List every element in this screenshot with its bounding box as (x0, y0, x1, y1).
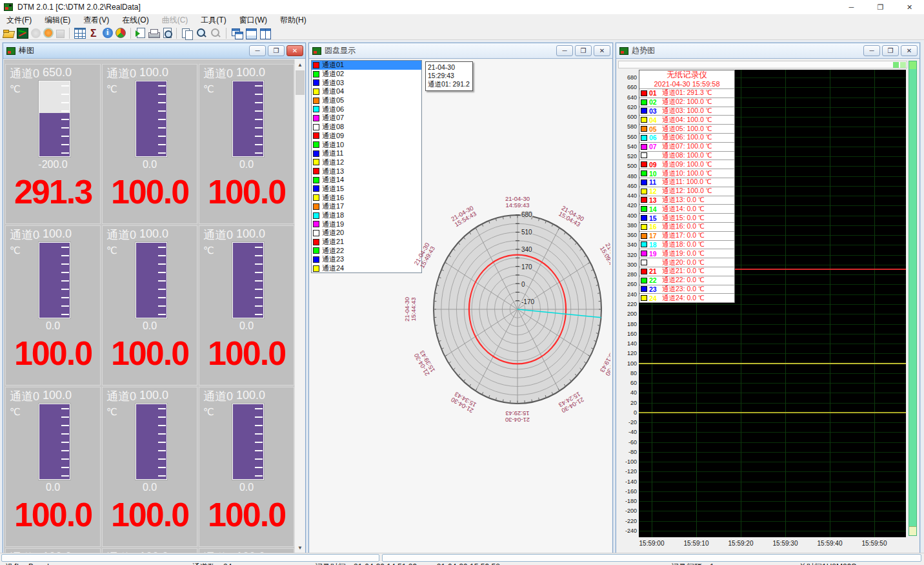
bar-minimize-button[interactable]: ─ (249, 45, 266, 56)
bar-panel: 通道11100.0℃0.0100.0 (102, 548, 197, 553)
legend-channel-value: 通道11: 100.0 ℃ (662, 178, 712, 187)
bar-restore-button[interactable]: ❐ (268, 45, 285, 56)
channel-color-swatch (641, 135, 647, 141)
y-axis-label: 660 (618, 84, 637, 90)
y-axis-label: 460 (618, 183, 637, 189)
export-icon[interactable] (137, 28, 145, 38)
legend-channel-value: 通道08: 100.0 ℃ (662, 151, 712, 160)
tile-horizontal-icon[interactable] (245, 28, 257, 39)
open-folder-icon[interactable] (3, 28, 14, 39)
legend-channel-number: 14 (649, 205, 660, 213)
cascade-windows-icon[interactable] (231, 28, 243, 39)
bar-vertical-scrollbar[interactable]: ▲ ▼ (294, 59, 305, 553)
menu-item-7[interactable]: 窗口(W) (233, 14, 274, 27)
disc-close-button[interactable]: ✕ (594, 45, 610, 56)
trend-window: 趋势图 ─ ❐ ✕ 680660640620600580560540520500… (616, 43, 920, 554)
radial-axis-label: 170 (521, 263, 532, 271)
y-axis-label: 680 (618, 74, 637, 81)
scrollbar-thumb[interactable] (909, 61, 916, 69)
channel-color-swatch (641, 117, 647, 123)
menu-item-6[interactable]: 工具(T) (194, 14, 232, 27)
legend-row: 21通道21: 0.0 ℃ (639, 267, 734, 276)
channel-color-swatch (641, 197, 647, 203)
scale-min: 0.0 (199, 320, 294, 332)
y-axis-label: -240 (618, 528, 637, 534)
trend-restore-button[interactable]: ❐ (882, 45, 899, 56)
scrollbar-button[interactable] (909, 526, 916, 535)
channel-color-swatch (641, 269, 647, 274)
tile-vertical-icon[interactable] (259, 28, 271, 39)
legend-row: 17通道17: 0.0 ℃ (639, 232, 734, 241)
scroll-corner-icon[interactable] (893, 62, 899, 68)
realtime-view-icon[interactable] (17, 28, 28, 39)
legend-row: 12通道12: 100.0 ℃ (639, 187, 734, 196)
pie-chart-icon[interactable] (115, 28, 126, 38)
scale-min: 0.0 (199, 159, 294, 170)
y-axis-label: -40 (618, 429, 637, 435)
menu-item-1[interactable]: 文件(F) (0, 14, 38, 27)
channel-list-item[interactable]: 通道03 (312, 78, 421, 87)
channel-list-item[interactable]: 通道02 (312, 70, 421, 79)
bar-panel: 通道10100.0℃0.0100.0 (5, 548, 101, 553)
x-axis-label: 15:59:20 (721, 540, 760, 547)
trend-close-button[interactable]: ✕ (901, 45, 918, 56)
bar-window-titlebar[interactable]: 棒图 ─ ❐ ✕ (3, 43, 305, 59)
legend-channel-value: 通道12: 100.0 ℃ (662, 187, 712, 196)
disc-restore-button[interactable]: ❐ (575, 45, 592, 56)
legend-channel-number: 09 (649, 161, 660, 169)
disc-minimize-button[interactable]: ─ (556, 45, 573, 56)
data-table-icon[interactable] (74, 28, 86, 39)
gridline (639, 324, 906, 325)
zoom-icon[interactable] (196, 28, 207, 39)
scroll-down-icon[interactable]: ▼ (295, 542, 305, 553)
scroll-corner-icon[interactable] (900, 62, 906, 68)
legend-row: 04通道04: 100.0 ℃ (639, 116, 734, 125)
menu-item-2[interactable]: 编辑(E) (38, 14, 77, 27)
unit-label: ℃ (106, 245, 117, 256)
disc-window-titlebar[interactable]: 圆盘显示 ─ ❐ ✕ (309, 43, 612, 59)
channel-color-swatch (641, 233, 647, 239)
menu-item-3[interactable]: 查看(V) (77, 14, 115, 27)
trend-window-titlebar[interactable]: 趋势图 ─ ❐ ✕ (616, 43, 919, 59)
copy-icon[interactable] (181, 28, 193, 39)
y-axis-label: 540 (618, 143, 637, 150)
y-axis-label: 120 (618, 350, 637, 356)
legend-channel-number: 20 (649, 259, 660, 267)
sum-sigma-icon[interactable] (88, 28, 100, 39)
menu-item-4[interactable]: 在线(O) (115, 14, 155, 27)
info-icon[interactable] (103, 28, 113, 38)
y-axis-label: 480 (618, 173, 637, 180)
tooltip-time: 15:29:43 (428, 72, 470, 80)
app-title: DTM 2.0.1 [C:\DTM 2.0.2\RealData] (17, 3, 141, 12)
menu-item-8[interactable]: 帮助(H) (274, 14, 313, 27)
status-pane (382, 554, 921, 562)
channel-color-swatch (641, 295, 647, 301)
legend-channel-number: 22 (649, 276, 660, 284)
trend-window-title: 趋势图 (632, 45, 655, 56)
scale-max: 100.0 (43, 389, 72, 402)
y-axis-label: -20 (618, 419, 637, 426)
scroll-up-icon[interactable]: ▲ (295, 59, 305, 70)
gridline (830, 70, 830, 537)
menu-item-5[interactable]: 曲线(C) (156, 14, 195, 27)
print-icon[interactable] (148, 28, 159, 39)
bar-close-button[interactable]: ✕ (286, 45, 303, 56)
channel-list-item[interactable]: 通道01 (312, 61, 421, 70)
record-icon[interactable] (43, 28, 54, 38)
x-axis-label: 15:59:40 (810, 540, 849, 547)
minimize-button[interactable]: ─ (837, 0, 866, 14)
menu-bar: 文件(F)编辑(E)查看(V)在线(O)曲线(C)工具(T)窗口(W)帮助(H) (0, 14, 924, 26)
bar-panel: 通道08100.0℃0.0100.0 (102, 387, 197, 547)
time-ring-label: 21-04-3014:59:43 (505, 195, 530, 209)
scrollbar-thumb[interactable] (296, 70, 305, 95)
channel-color-swatch (641, 241, 647, 247)
trend-vertical-scrollbar[interactable] (909, 61, 917, 536)
print-preview-icon[interactable] (163, 28, 172, 38)
channel-list-item[interactable]: 通道04 (312, 87, 421, 96)
restore-button[interactable]: ❐ (866, 0, 895, 14)
close-button[interactable]: ✕ (895, 0, 924, 14)
legend-channel-number: 04 (649, 116, 660, 124)
trend-minimize-button[interactable]: ─ (863, 45, 880, 56)
bar-panel-grid: 通道01650.0℃-200.0291.3通道02100.0℃0.0100.0通… (5, 64, 294, 553)
time-ring-label: 21-04-3015:44:43 (403, 297, 417, 322)
